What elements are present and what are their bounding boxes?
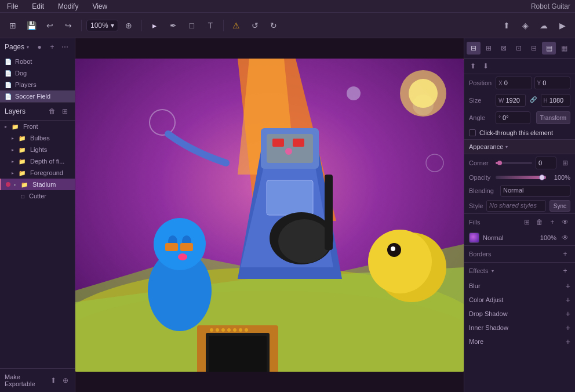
effects-add-icon[interactable]: +: [560, 266, 570, 276]
size-h-field[interactable]: H 1080: [541, 94, 571, 107]
effect-inner-shadow-label: Inner Shadow: [469, 324, 563, 331]
layers-delete[interactable]: 🗑: [47, 106, 57, 117]
position-y-field[interactable]: Y 0: [534, 77, 571, 89]
toolbar-warn[interactable]: ⚠: [228, 17, 245, 34]
fills-delete-icon[interactable]: 🗑: [534, 217, 545, 227]
click-through-checkbox[interactable]: [469, 129, 476, 136]
svg-point-44: [245, 328, 248, 332]
toolbar-refresh2[interactable]: ↻: [265, 17, 282, 34]
layer-front[interactable]: ▸ 📁 Front: [0, 121, 75, 132]
corner-value-field[interactable]: 0: [536, 157, 556, 169]
page-item-soccer-field[interactable]: 📄 Soccer Field: [0, 90, 75, 102]
menu-edit[interactable]: Edit: [30, 1, 46, 12]
w-label: W: [498, 97, 504, 104]
opacity-thumb: [539, 175, 545, 180]
blur-add-icon[interactable]: +: [566, 281, 570, 291]
menu-modify[interactable]: Modify: [56, 1, 81, 12]
style-select[interactable]: No shared styles: [486, 200, 546, 212]
toolbar-component[interactable]: ◈: [517, 17, 533, 34]
drop-shadow-add-icon[interactable]: +: [566, 309, 570, 318]
menu-bar: File Edit Modify View Robot Guitar: [0, 0, 575, 13]
layer-name-depth: Depth of fi...: [30, 158, 64, 165]
angle-field[interactable]: ° 0°: [496, 111, 530, 124]
size-w-field[interactable]: W 1920: [496, 94, 526, 107]
rpanel-action-1[interactable]: ⬆: [468, 61, 478, 71]
effect-inner-shadow[interactable]: Inner Shadow +: [464, 321, 575, 335]
effect-more[interactable]: More +: [464, 335, 575, 349]
effect-blur[interactable]: Blur +: [464, 279, 575, 293]
rpanel-tab-align-left[interactable]: ⊟: [467, 42, 481, 55]
rpanel-tab-align-center[interactable]: ⊞: [482, 42, 496, 55]
page-item-players[interactable]: 📄 Players: [0, 79, 75, 90]
rpanel-tab-more[interactable]: ▦: [557, 42, 571, 55]
fill-visibility-icon[interactable]: 👁: [560, 233, 570, 243]
layer-depth[interactable]: ▸ 📁 Depth of fi...: [0, 155, 75, 167]
page-item-dog[interactable]: 📄 Dog: [0, 67, 75, 79]
toolbar-refresh[interactable]: ↺: [247, 17, 263, 34]
pages-dot-menu[interactable]: ●: [34, 42, 45, 52]
inner-shadow-add-icon[interactable]: +: [566, 323, 570, 332]
toolbar-pen[interactable]: ✒: [165, 17, 181, 34]
menu-file[interactable]: File: [5, 1, 20, 12]
fill-color-swatch[interactable]: [469, 233, 479, 243]
blending-select[interactable]: Normal: [500, 185, 570, 197]
toolbar-text[interactable]: T: [202, 17, 219, 34]
toolbar-undo[interactable]: ↩: [42, 17, 58, 34]
menu-view[interactable]: View: [90, 1, 110, 12]
borders-title: Borders: [469, 251, 558, 257]
toolbar-fit[interactable]: ⊕: [121, 17, 137, 34]
color-adjust-add-icon[interactable]: +: [566, 295, 570, 304]
fill-opacity: 100%: [538, 234, 556, 241]
pages-more[interactable]: ⋯: [60, 42, 70, 52]
toolbar-new[interactable]: ⊞: [5, 17, 21, 34]
toolbar-export[interactable]: ⬆: [498, 17, 515, 34]
rpanel-tab-dist-v[interactable]: ⊟: [527, 42, 541, 55]
toolbar-sep-2: [141, 20, 142, 31]
appearance-section[interactable]: Appearance ▾: [464, 139, 575, 154]
layer-foreground[interactable]: ▸ 📁 Foreground: [0, 167, 75, 179]
rpanel-tab-align-right[interactable]: ⊠: [497, 42, 511, 55]
toolbar-save[interactable]: 💾: [23, 17, 39, 34]
position-xy: X 0 Y 0: [496, 77, 570, 89]
fills-hide-icon[interactable]: 👁: [560, 217, 570, 227]
fills-settings-icon[interactable]: ⊞: [522, 217, 532, 227]
make-exportable[interactable]: Make Exportable ⬆ ⊕: [0, 368, 75, 392]
svg-rect-29: [180, 243, 193, 251]
layer-folder-icon-bulbes: 📁: [19, 135, 26, 141]
toolbar-play[interactable]: ▶: [554, 17, 570, 34]
blending-value: Normal: [503, 187, 523, 194]
layer-cutter[interactable]: □ Cutter: [0, 190, 75, 202]
page-doc-icon-3: 📄: [5, 82, 12, 88]
position-x-field[interactable]: X 0: [496, 77, 532, 89]
rpanel-action-2[interactable]: ⬇: [481, 61, 491, 71]
layer-stadium[interactable]: ▸ 📁 Stadium: [0, 179, 75, 190]
layer-lights[interactable]: ▸ 📁 Lights: [0, 144, 75, 155]
rpanel-tab-tidy[interactable]: ▤: [542, 42, 556, 55]
sync-button[interactable]: Sync: [549, 200, 570, 212]
page-item-robot[interactable]: 📄 Robot: [0, 56, 75, 67]
corner-settings-icon[interactable]: ⊞: [560, 158, 570, 168]
toolbar-redo[interactable]: ↪: [60, 17, 77, 34]
borders-add-icon[interactable]: +: [560, 249, 570, 259]
toolbar-shape[interactable]: □: [184, 17, 200, 34]
fills-add-icon[interactable]: +: [547, 217, 558, 227]
lock-ratio-icon[interactable]: 🔗: [528, 94, 538, 104]
toolbar-cloud[interactable]: ☁: [536, 17, 552, 34]
effect-more-label: More: [469, 338, 563, 345]
layers-add-group[interactable]: ⊞: [60, 106, 70, 117]
transform-button[interactable]: Transform: [536, 111, 570, 124]
opacity-slider[interactable]: [496, 176, 546, 179]
toolbar-select[interactable]: ▸: [147, 17, 163, 34]
layer-bulbes[interactable]: ▸ 📁 Bulbes: [0, 132, 75, 144]
rpanel-tab-dist-h[interactable]: ⊡: [512, 42, 526, 55]
canvas-area[interactable]: [75, 38, 464, 392]
effect-color-adjust[interactable]: Color Adjust +: [464, 293, 575, 307]
pages-add[interactable]: +: [47, 42, 57, 52]
more-add-icon[interactable]: +: [566, 337, 570, 346]
effect-drop-shadow[interactable]: Drop Shadow +: [464, 307, 575, 321]
corner-slider[interactable]: [496, 162, 532, 164]
exportable-upload-icon[interactable]: ⬆: [49, 375, 57, 386]
svg-point-32: [368, 230, 432, 293]
exportable-add-icon[interactable]: ⊕: [61, 375, 70, 386]
zoom-control[interactable]: 100% ▾: [86, 20, 118, 31]
